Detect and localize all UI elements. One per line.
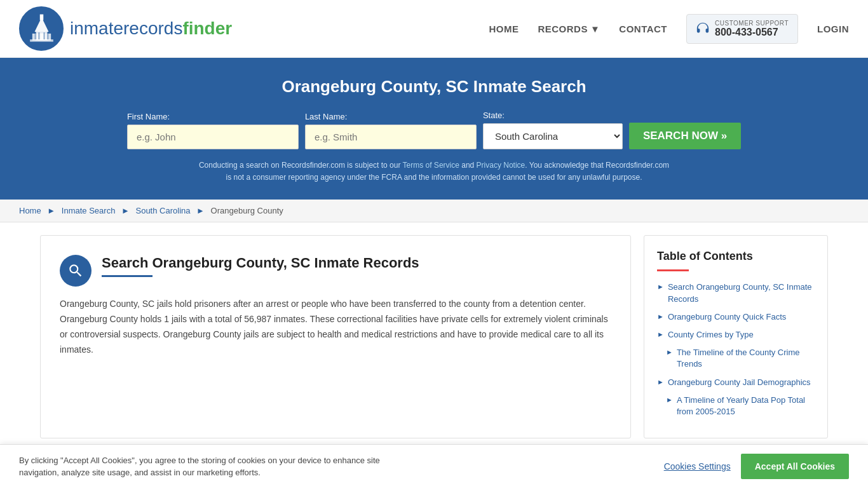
first-name-input[interactable]	[127, 125, 299, 149]
toc-chevron-2: ►	[657, 313, 664, 320]
toc-item-1[interactable]: ► Search Orangeburg County, SC Inmate Re…	[657, 281, 815, 304]
headset-icon	[696, 22, 710, 36]
svg-rect-6	[38, 32, 40, 39]
nav-home[interactable]: HOME	[489, 24, 519, 34]
content-header: Search Orangeburg County, SC Inmate Reco…	[60, 255, 611, 287]
content-area: Search Orangeburg County, SC Inmate Reco…	[40, 235, 631, 438]
breadcrumb: Home ► Inmate Search ► South Carolina ► …	[0, 200, 868, 222]
logo-text: inmaterecordsfinder	[70, 18, 232, 39]
nav-login[interactable]: LOGIN	[817, 24, 849, 34]
state-select[interactable]: South Carolina	[483, 123, 623, 149]
breadcrumb-county: Orangeburg County	[211, 206, 283, 215]
breadcrumb-sep-3: ►	[196, 206, 205, 215]
svg-rect-3	[39, 14, 43, 20]
svg-rect-4	[30, 39, 53, 42]
search-form: First Name: Last Name: State: South Caro…	[13, 111, 855, 149]
section-icon	[60, 255, 92, 287]
breadcrumb-home[interactable]: Home	[19, 206, 41, 215]
breadcrumb-inmate-search[interactable]: Inmate Search	[62, 206, 116, 215]
hero-section: Orangeburg County, SC Inmate Search Firs…	[0, 58, 868, 200]
first-name-group: First Name:	[127, 112, 299, 149]
toc-chevron-3: ►	[657, 330, 664, 338]
last-name-input[interactable]	[305, 125, 477, 149]
toc-chevron-5: ►	[657, 378, 664, 386]
toc-link-6[interactable]: A Timeline of Yearly Data Pop Total from…	[677, 395, 815, 417]
main-content: Search Orangeburg County, SC Inmate Reco…	[27, 235, 841, 438]
toc-item-6[interactable]: ► A Timeline of Yearly Data Pop Total fr…	[666, 395, 815, 417]
last-name-label: Last Name:	[305, 112, 347, 121]
content-title: Search Orangeburg County, SC Inmate Reco…	[102, 255, 419, 271]
toc-link-4[interactable]: The Timeline of the County Crime Trends	[677, 347, 815, 370]
toc-chevron-6: ►	[666, 396, 673, 403]
breadcrumb-state[interactable]: South Carolina	[135, 206, 190, 215]
cookie-banner: By clicking "Accept All Cookies", you ag…	[0, 444, 868, 451]
svg-rect-5	[34, 32, 36, 39]
hero-disclaimer: Conducting a search on Recordsfinder.com…	[196, 159, 672, 184]
logo-area: inmaterecordsfinder	[19, 6, 232, 51]
breadcrumb-sep-2: ►	[121, 206, 130, 215]
toc-link-1[interactable]: Search Orangeburg County, SC Inmate Reco…	[668, 281, 815, 304]
content-title-area: Search Orangeburg County, SC Inmate Reco…	[102, 255, 419, 277]
toc-box: Table of Contents ► Search Orangeburg Co…	[644, 235, 828, 438]
site-header: inmaterecordsfinder HOME RECORDS ▼ CONTA…	[0, 0, 868, 58]
toc-item-2[interactable]: ► Orangeburg County Quick Facts	[657, 311, 815, 323]
sidebar: Table of Contents ► Search Orangeburg Co…	[644, 235, 828, 438]
toc-chevron-1: ►	[657, 283, 664, 290]
toc-item-4[interactable]: ► The Timeline of the County Crime Trend…	[666, 347, 815, 370]
toc-title: Table of Contents	[657, 250, 815, 263]
nav-records[interactable]: RECORDS ▼	[538, 24, 600, 34]
privacy-link[interactable]: Privacy Notice	[477, 161, 526, 170]
toc-divider	[657, 269, 689, 271]
support-box[interactable]: CUSTOMER SUPPORT 800-433-0567	[686, 14, 798, 44]
hero-title: Orangeburg County, SC Inmate Search	[13, 77, 855, 97]
title-underline	[102, 275, 153, 277]
first-name-label: First Name:	[127, 112, 170, 121]
state-label: State:	[483, 111, 505, 120]
toc-link-5[interactable]: Orangeburg County Jail Demographics	[668, 377, 811, 388]
nav-contact[interactable]: CONTACT	[619, 24, 667, 34]
support-info: CUSTOMER SUPPORT 800-433-0567	[715, 20, 789, 38]
svg-rect-8	[46, 32, 48, 39]
last-name-group: Last Name:	[305, 112, 477, 149]
toc-item-5[interactable]: ► Orangeburg County Jail Demographics	[657, 377, 815, 388]
terms-link[interactable]: Terms of Service	[403, 161, 459, 170]
breadcrumb-sep-1: ►	[47, 206, 55, 215]
content-body: Orangeburg County, SC jails hold prisone…	[60, 297, 611, 357]
search-button[interactable]: SEARCH NOW »	[629, 123, 741, 149]
toc-link-3[interactable]: County Crimes by Type	[668, 329, 754, 341]
state-group: State: South Carolina	[483, 111, 623, 149]
toc-link-2[interactable]: Orangeburg County Quick Facts	[668, 311, 786, 323]
main-nav: HOME RECORDS ▼ CONTACT CUSTOMER SUPPORT …	[489, 14, 849, 44]
chevron-down-icon: ▼	[590, 24, 600, 34]
logo-icon	[19, 6, 64, 51]
toc-item-3[interactable]: ► County Crimes by Type	[657, 329, 815, 341]
toc-chevron-4: ►	[666, 348, 673, 356]
svg-rect-7	[43, 32, 45, 39]
